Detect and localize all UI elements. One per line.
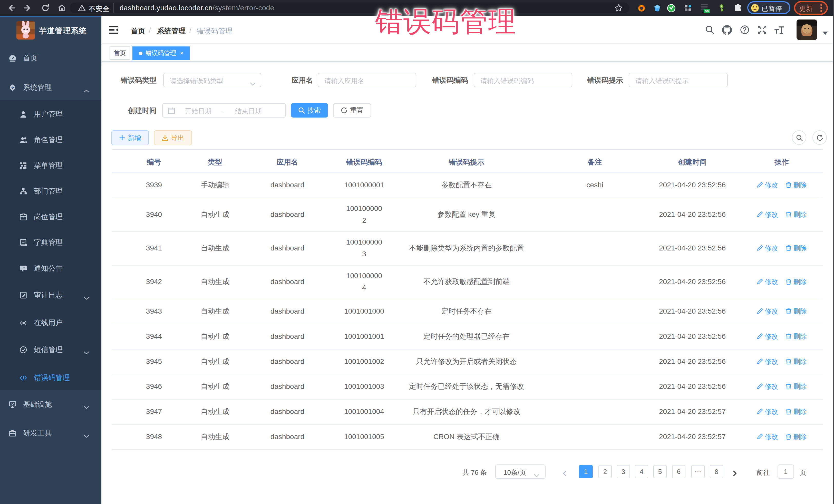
svg-text:on: on xyxy=(705,9,709,13)
